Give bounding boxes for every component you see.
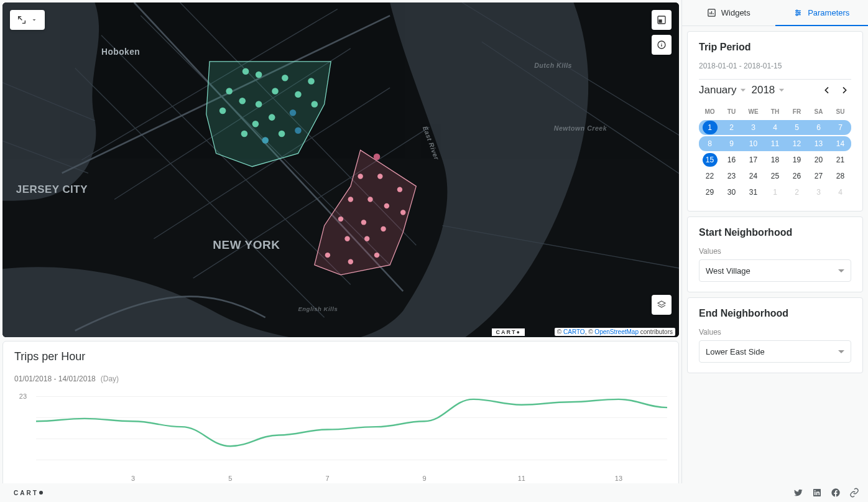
- chart-range: 01/01/2018 - 14/01/2018(Day): [14, 374, 667, 383]
- map-attribution: CART● © CARTO, © OpenStreetMap contribut…: [488, 327, 679, 337]
- svg-point-41: [374, 154, 381, 160]
- layers-button[interactable]: [652, 295, 672, 315]
- calendar-day[interactable]: 23: [721, 169, 742, 184]
- chart-title: Trips per Hour: [14, 350, 667, 363]
- svg-rect-58: [659, 20, 662, 22]
- calendar-day[interactable]: 19: [786, 152, 808, 167]
- svg-point-56: [374, 253, 379, 258]
- next-month-button[interactable]: [838, 83, 851, 97]
- calendar-day[interactable]: 18: [764, 152, 786, 167]
- calendar-day[interactable]: 22: [699, 169, 721, 184]
- carto-link[interactable]: CARTO: [563, 328, 585, 335]
- calendar-day[interactable]: 26: [786, 169, 808, 184]
- end-neighborhood-select[interactable]: Lower East Side: [699, 340, 851, 363]
- calendar-day[interactable]: 7: [829, 120, 851, 135]
- calendar-day[interactable]: 30: [721, 185, 742, 200]
- calendar-day[interactable]: 29: [699, 185, 721, 200]
- svg-point-40: [219, 108, 226, 114]
- calendar-day[interactable]: 4: [764, 120, 786, 135]
- svg-point-29: [282, 75, 289, 81]
- twitter-icon[interactable]: [793, 488, 803, 498]
- lasso-select-button[interactable]: [10, 10, 45, 30]
- calendar-day[interactable]: 5: [786, 120, 808, 135]
- calendar[interactable]: MOTUWETHFRSASU12345678910111213141516171…: [699, 103, 851, 201]
- svg-text:Newtown Creek: Newtown Creek: [554, 124, 607, 132]
- calendar-day[interactable]: 24: [742, 169, 764, 184]
- calendar-day[interactable]: 16: [721, 152, 742, 167]
- calendar-day[interactable]: 3: [808, 185, 829, 200]
- calendar-day[interactable]: 14: [829, 136, 851, 151]
- calendar-day[interactable]: 2: [721, 120, 742, 135]
- tab-widgets[interactable]: Widgets: [682, 0, 775, 26]
- svg-point-33: [290, 109, 297, 116]
- calendar-day[interactable]: 1: [764, 185, 786, 200]
- svg-text:English Kills: English Kills: [298, 305, 338, 312]
- info-button[interactable]: [652, 35, 672, 55]
- svg-point-23: [242, 68, 249, 75]
- svg-text:3: 3: [131, 475, 135, 482]
- calendar-day[interactable]: 21: [829, 152, 851, 167]
- calendar-day[interactable]: 11: [764, 136, 786, 151]
- calendar-day[interactable]: 4: [829, 185, 851, 200]
- svg-point-32: [312, 101, 318, 108]
- calendar-day[interactable]: 10: [742, 136, 764, 151]
- end-neighborhood-title: End Neighborhood: [699, 308, 851, 319]
- end-neighborhood-panel: End Neighborhood Values Lower East Side: [687, 297, 863, 373]
- svg-point-28: [272, 88, 279, 95]
- svg-point-44: [397, 187, 402, 192]
- calendar-day[interactable]: 2: [786, 185, 808, 200]
- tab-parameters[interactable]: Parameters: [775, 0, 869, 26]
- svg-text:11: 11: [518, 475, 525, 482]
- calendar-day[interactable]: 17: [742, 152, 764, 167]
- svg-text:Dutch Kills: Dutch Kills: [534, 62, 572, 69]
- calendar-day[interactable]: 8: [699, 136, 721, 151]
- prev-month-button[interactable]: [820, 83, 834, 97]
- svg-point-37: [262, 137, 269, 144]
- svg-text:7: 7: [325, 475, 329, 482]
- calendar-day[interactable]: 15: [699, 152, 721, 167]
- linkedin-icon[interactable]: [812, 488, 822, 498]
- calendar-day[interactable]: 31: [742, 185, 764, 200]
- svg-text:JERSEY CITY: JERSEY CITY: [16, 184, 88, 195]
- calendar-day[interactable]: 27: [808, 169, 829, 184]
- start-neighborhood-panel: Start Neighborhood Values West Village: [687, 216, 863, 292]
- calendar-day[interactable]: 25: [764, 169, 786, 184]
- carto-logo: CART: [14, 490, 43, 496]
- start-neighborhood-title: Start Neighborhood: [699, 227, 851, 238]
- calendar-day[interactable]: 1: [699, 120, 721, 135]
- svg-text:23: 23: [19, 393, 27, 400]
- month-select[interactable]: January: [699, 84, 747, 96]
- calendar-day[interactable]: 9: [721, 136, 742, 151]
- svg-text:13: 13: [615, 475, 622, 482]
- legend-toggle-button[interactable]: [652, 10, 672, 30]
- end-neighborhood-label: Values: [699, 328, 851, 337]
- svg-point-30: [295, 91, 302, 98]
- trip-period-panel: Trip Period 2018-01-01 - 2018-01-15 Janu…: [687, 31, 863, 211]
- svg-point-53: [364, 236, 369, 241]
- link-icon[interactable]: [849, 488, 859, 498]
- svg-point-46: [367, 197, 372, 202]
- calendar-day[interactable]: 20: [808, 152, 829, 167]
- svg-text:Hoboken: Hoboken: [101, 47, 140, 57]
- svg-point-48: [400, 210, 405, 215]
- svg-point-50: [361, 220, 366, 225]
- svg-point-78: [798, 12, 800, 14]
- svg-point-26: [239, 98, 246, 105]
- svg-point-47: [384, 203, 389, 208]
- calendar-day[interactable]: 28: [829, 169, 851, 184]
- facebook-icon[interactable]: [831, 488, 841, 498]
- start-neighborhood-select[interactable]: West Village: [699, 259, 851, 282]
- calendar-day[interactable]: 6: [808, 120, 829, 135]
- svg-text:NEW YORK: NEW YORK: [213, 238, 280, 251]
- chart-svg: 23 35791113: [14, 384, 667, 487]
- calendar-day[interactable]: 13: [808, 136, 829, 151]
- osm-link[interactable]: OpenStreetMap: [594, 328, 639, 335]
- svg-point-38: [279, 131, 285, 137]
- trips-per-hour-card: Trips per Hour 01/01/2018 - 14/01/2018(D…: [2, 341, 679, 500]
- map-canvas[interactable]: Hoboken JERSEY CITY NEW YORK East River …: [2, 2, 679, 337]
- svg-point-43: [377, 174, 382, 179]
- calendar-day[interactable]: 3: [742, 120, 764, 135]
- year-select[interactable]: 2018: [751, 84, 786, 96]
- svg-text:9: 9: [423, 475, 427, 482]
- calendar-day[interactable]: 12: [786, 136, 808, 151]
